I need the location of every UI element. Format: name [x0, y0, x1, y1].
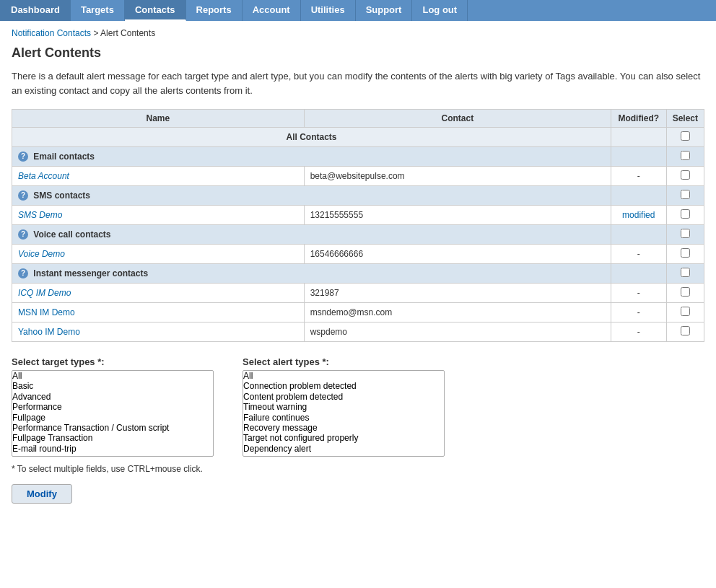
voice-section-header: ? Voice call contacts [12, 225, 704, 245]
contact-email-beta: beta@websitepulse.com [304, 167, 611, 186]
msn-modified: - [611, 303, 666, 322]
icq-checkbox[interactable] [681, 287, 690, 297]
col-header-contact: Contact [304, 110, 611, 128]
sms-section-checkbox[interactable] [681, 190, 690, 199]
modify-button[interactable]: Modify [12, 484, 72, 504]
yahoo-checkbox[interactable] [681, 326, 690, 335]
breadcrumb-current: Alert Contents [100, 28, 155, 38]
col-header-name: Name [12, 110, 305, 128]
icq-demo-link[interactable]: ICQ IM Demo [18, 288, 71, 298]
sms-section-header: ? SMS contacts [12, 186, 704, 206]
voice-checkbox[interactable] [681, 248, 690, 258]
table-row: ICQ IM Demo 321987 - [12, 284, 704, 303]
col-header-modified: Modified? [611, 110, 666, 128]
msn-demo-link[interactable]: MSN IM Demo [18, 307, 75, 317]
all-contacts-row: All Contacts [12, 128, 704, 147]
multi-select-hint: * To select multiple fields, use CTRL+mo… [12, 464, 704, 474]
im-section-checkbox[interactable] [681, 268, 690, 277]
beta-modified: - [611, 167, 666, 186]
contacts-table: Name Contact Modified? Select All Contac… [12, 109, 704, 342]
contact-name-sms: SMS Demo [12, 206, 305, 225]
target-types-group: Select target types *: All Basic Advance… [12, 356, 214, 457]
email-section-label: ? Email contacts [12, 147, 611, 167]
table-row: SMS Demo 13215555555 modified [12, 206, 704, 225]
sms-section-label: ? SMS contacts [12, 186, 611, 206]
nav-logout[interactable]: Log out [412, 0, 468, 21]
nav-support[interactable]: Support [356, 0, 413, 21]
contact-name-yahoo: Yahoo IM Demo [12, 322, 305, 342]
contact-msn: msndemo@msn.com [304, 303, 611, 322]
contact-name-voice: Voice Demo [12, 245, 305, 264]
sms-demo-link[interactable]: SMS Demo [18, 210, 62, 220]
voice-section-checkbox[interactable] [681, 229, 690, 238]
im-section-header: ? Instant messenger contacts [12, 264, 704, 284]
all-contacts-modified [611, 128, 666, 147]
col-header-select: Select [666, 110, 704, 128]
breadcrumb: Notification Contacts > Alert Contents [12, 28, 704, 38]
description: There is a default alert message for eac… [12, 69, 704, 97]
breadcrumb-separator: > [93, 28, 98, 38]
select-area: Select target types *: All Basic Advance… [12, 356, 704, 457]
sms-checkbox[interactable] [681, 209, 690, 219]
navbar: Dashboard Targets Contacts Reports Accou… [0, 0, 716, 21]
nav-account[interactable]: Account [243, 0, 301, 21]
contact-phone-sms: 13215555555 [304, 206, 611, 225]
table-row: Beta Account beta@websitepulse.com - [12, 167, 704, 186]
alert-types-select[interactable]: All Connection problem detected Content … [243, 370, 445, 457]
table-row: MSN IM Demo msndemo@msn.com - [12, 303, 704, 322]
all-contacts-label: All Contacts [12, 128, 611, 147]
table-row: Voice Demo 16546666666 - [12, 245, 704, 264]
im-section-label: ? Instant messenger contacts [12, 264, 611, 284]
contact-name-msn: MSN IM Demo [12, 303, 305, 322]
voice-demo-link[interactable]: Voice Demo [18, 249, 65, 259]
contact-icq: 321987 [304, 284, 611, 303]
voice-help-icon[interactable]: ? [18, 229, 28, 240]
breadcrumb-parent[interactable]: Notification Contacts [12, 28, 91, 38]
contact-name-icq: ICQ IM Demo [12, 284, 305, 303]
target-types-label: Select target types *: [12, 356, 214, 367]
email-section-header: ? Email contacts [12, 147, 704, 167]
sms-help-icon[interactable]: ? [18, 190, 28, 201]
contact-yahoo: wspdemo [304, 322, 611, 342]
contact-phone-voice: 16546666666 [304, 245, 611, 264]
yahoo-demo-link[interactable]: Yahoo IM Demo [18, 327, 80, 337]
sms-modified: modified [611, 206, 666, 225]
beta-account-link[interactable]: Beta Account [18, 171, 69, 181]
target-types-select[interactable]: All Basic Advanced Performance Fullpage … [12, 370, 214, 457]
beta-checkbox[interactable] [681, 170, 690, 180]
all-contacts-select[interactable] [666, 128, 704, 147]
nav-contacts[interactable]: Contacts [125, 0, 186, 21]
alert-types-group: Select alert types *: All Connection pro… [243, 356, 445, 457]
nav-reports[interactable]: Reports [186, 0, 243, 21]
yahoo-modified: - [611, 322, 666, 342]
nav-targets[interactable]: Targets [71, 0, 125, 21]
page-title: Alert Contents [12, 45, 704, 61]
alert-types-label: Select alert types *: [243, 356, 445, 367]
nav-dashboard[interactable]: Dashboard [0, 0, 71, 21]
icq-modified: - [611, 284, 666, 303]
contact-name-beta: Beta Account [12, 167, 305, 186]
all-contacts-checkbox[interactable] [681, 131, 690, 141]
voice-section-label: ? Voice call contacts [12, 225, 611, 245]
msn-checkbox[interactable] [681, 307, 690, 316]
nav-utilities[interactable]: Utilities [301, 0, 356, 21]
im-help-icon[interactable]: ? [18, 268, 28, 278]
voice-modified: - [611, 245, 666, 264]
table-row: Yahoo IM Demo wspdemo - [12, 322, 704, 342]
email-help-icon[interactable]: ? [18, 152, 28, 162]
email-section-checkbox[interactable] [681, 151, 690, 160]
